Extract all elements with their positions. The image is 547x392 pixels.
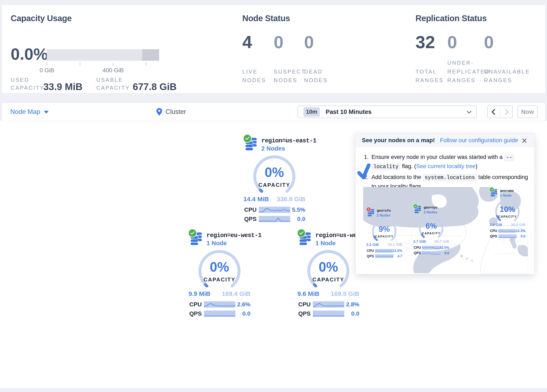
close-icon[interactable] (521, 137, 528, 144)
used-capacity-value: 33.9 MiB (43, 82, 82, 92)
live-nodes-count: 4 (242, 33, 274, 51)
capacity-caption: CAPACITY (367, 234, 402, 238)
map-config-popup: See your nodes on a map! Follow our conf… (356, 133, 534, 274)
capacity-gauge: 9% CAPACITY (367, 218, 402, 242)
node-group-geo-sfo[interactable]: 1 geo=sfo 2 Nodes 9% (366, 209, 403, 260)
qps-value: 0.0 (444, 251, 449, 255)
capacity-bar-track (47, 49, 159, 61)
capacity-gauge: 10% CAPACITY (490, 198, 525, 222)
time-forward-button[interactable] (500, 106, 513, 118)
locality-tree-link[interactable]: See current locality tree (416, 163, 476, 169)
cpu-row: CPU 2.8% (298, 301, 359, 308)
time-range-selector[interactable]: 10m Past 10 Minutes (298, 106, 477, 118)
healthy-check-icon (188, 229, 197, 237)
region-label: region=eu-west-1 (206, 232, 251, 239)
view-selector-dropdown[interactable]: Node Map (10, 103, 48, 121)
node-group-geo-ams[interactable]: geo=ams 1 Node 10% CAPACITY 3.6 GiB 34.4… (489, 189, 526, 240)
cluster-stats-panel: Capacity Usage 0.0% 0 GiB 400 GiB (2, 5, 545, 93)
used-capacity: 14.4 MiB (243, 196, 269, 203)
node-count: 2 Nodes (377, 213, 403, 217)
unavailable-count: 0 (484, 33, 527, 51)
node-group-us-east-1[interactable]: region=us-east-1 2 Nodes 0% CAPACITY 14.… (243, 137, 306, 225)
capacity-caption: CAPACITY (190, 276, 249, 283)
cpu-row: CPU 42.5% (414, 246, 449, 250)
used-capacity: 3.2 GiB (366, 242, 379, 247)
capacity-percent: 6% (414, 221, 449, 231)
cpu-label: CPU (189, 301, 204, 308)
total-capacity: 35.1 GiB (388, 242, 402, 247)
cpu-label: CPU (414, 246, 422, 250)
time-back-button[interactable] (488, 106, 500, 118)
popup-title: See your nodes on a map! (362, 137, 435, 144)
node-count: 1 Node (315, 240, 360, 247)
cpu-sparkline (259, 207, 290, 213)
live-nodes-label: LIVE NODES (242, 68, 265, 85)
usable-capacity-value: 677.8 GiB (133, 82, 177, 92)
cpu-value: 11.0% (393, 249, 402, 253)
cpu-row: CPU 11.0% (367, 249, 402, 253)
breadcrumb[interactable]: Cluster (157, 103, 186, 121)
cpu-sparkline (313, 301, 344, 308)
cpu-row: CPU 12.3% (490, 229, 525, 233)
qps-row: QPS 0.0 (490, 234, 525, 238)
replication-status-title: Replication Status (416, 14, 487, 23)
time-step-buttons (487, 106, 513, 118)
capacity-percent: 0.0% (11, 46, 48, 62)
cpu-value: 42.5% (440, 246, 449, 250)
qps-label: QPS (189, 310, 204, 317)
location-pin-icon (157, 108, 162, 116)
time-range-label: Past 10 Minutes (326, 109, 371, 115)
qps-sparkline (204, 310, 235, 317)
popup-step-1: 1. Ensure every node in your cluster was… (364, 153, 528, 171)
chevron-down-icon (467, 109, 472, 114)
healthy-check-icon (243, 134, 252, 143)
tick-label-400: 400 GiB (103, 67, 123, 74)
qps-sparkline (259, 216, 290, 222)
node-map-canvas: region=us-east-1 2 Nodes 0% CAPACITY 14.… (0, 121, 547, 388)
locality-flag-code: locality (371, 163, 400, 170)
used-capacity-label: USED CAPACITY (11, 76, 42, 92)
toolbar-divider (290, 105, 290, 119)
node-status-section: Node Status 4 0 0 LIVE NODES SUSPECT NOD… (242, 5, 410, 93)
cpu-value: 12.3% (516, 229, 526, 233)
unavailable-label: UNAVAILABLE RANGES (484, 68, 524, 85)
used-capacity: 3.7 GiB (413, 239, 426, 244)
qps-sparkline (499, 234, 517, 238)
chevron-left-icon (491, 109, 498, 115)
used-capacity: 3.6 GiB (489, 223, 502, 227)
configuration-guide-link[interactable]: Follow our configuration guide (440, 137, 518, 144)
node-map-page: Capacity Usage 0.0% 0 GiB 400 GiB (0, 0, 547, 392)
node-group-us-west-1[interactable]: region=us-west-1 1 Node 0% CAPACITY 9.6 … (297, 232, 360, 320)
qps-row: QPS 0.0 (189, 310, 250, 317)
qps-value: 0.0 (242, 310, 250, 317)
under-replicated-count: 0 (447, 33, 484, 51)
dead-nodes-count: 0 (304, 33, 335, 51)
node-count: 1 Node (206, 240, 251, 247)
usable-capacity-metric: USABLE CAPACITY 677.8 GiB (96, 76, 177, 92)
cpu-sparkline (375, 249, 393, 253)
usable-capacity-label: USABLE CAPACITY (96, 76, 131, 92)
capacity-percent: 0% (190, 259, 249, 275)
capacity-caption: CAPACITY (414, 231, 449, 235)
total-ranges-label: TOTAL RANGES (416, 68, 441, 85)
suspect-nodes-count: 0 (274, 33, 304, 51)
cpu-label: CPU (490, 229, 498, 233)
cpu-label: CPU (367, 249, 375, 253)
cpu-label: CPU (298, 301, 313, 308)
region-label: geo=nyc (424, 206, 449, 210)
capacity-bar-ticks (47, 62, 159, 67)
node-group-geo-nyc[interactable]: geo=nyc 2 Nodes 6% CAPACITY 3.7 GiB 65.7… (413, 206, 449, 256)
suspect-nodes-label: SUSPECT NODES (274, 68, 303, 85)
node-count: 1 Node (500, 193, 526, 198)
world-map-preview: 1 geo=sfo 2 Nodes 9% (363, 187, 528, 273)
qps-sparkline (422, 251, 440, 255)
qps-row: QPS 0.0 (414, 251, 449, 255)
capacity-gauge: 0% CAPACITY (245, 154, 304, 195)
chevron-right-icon (503, 109, 509, 115)
popup-header: See your nodes on a map! Follow our conf… (356, 134, 534, 147)
cpu-value: 2.8% (346, 301, 359, 308)
now-button[interactable]: Now (518, 106, 538, 118)
qps-row: QPS 0.0 (244, 216, 305, 222)
node-group-eu-west-1[interactable]: region=eu-west-1 1 Node 0% CAPACITY 9.9 … (188, 232, 251, 320)
total-capacity: 65.7 GiB (435, 239, 449, 244)
